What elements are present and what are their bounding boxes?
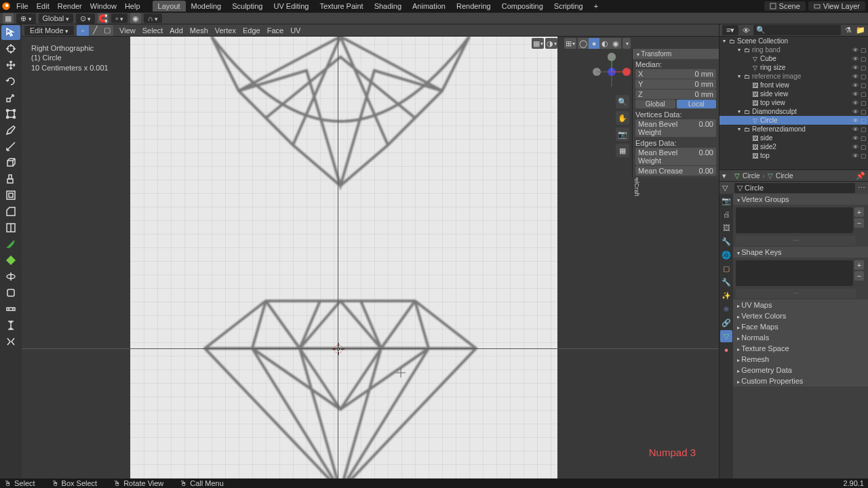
workspace-tab-compositing[interactable]: Compositing bbox=[496, 1, 549, 12]
outliner-display-dropdown[interactable]: ≡▾ bbox=[722, 25, 738, 35]
panel-vertex-groups[interactable]: Vertex Groups bbox=[733, 194, 868, 205]
loop-cut-tool[interactable] bbox=[1, 220, 20, 235]
workspace-tab-texture-paint[interactable]: Texture Paint bbox=[314, 1, 368, 12]
outliner-view-icon[interactable]: 👁 bbox=[741, 26, 751, 35]
panel-face-maps[interactable]: Face Maps bbox=[733, 321, 868, 332]
vertex-select-mode[interactable]: ▫ bbox=[77, 25, 89, 36]
remove-shape-key-button[interactable]: − bbox=[854, 271, 864, 281]
panel-normals[interactable]: Normals bbox=[733, 332, 868, 343]
edit-menu-view[interactable]: View bbox=[116, 26, 139, 35]
menu-window[interactable]: Window bbox=[86, 2, 121, 10]
edit-menu-vertex[interactable]: Vertex bbox=[212, 26, 239, 35]
mesh-display-dropdown[interactable]: ▦ bbox=[532, 38, 544, 49]
3d-viewport[interactable]: Right Orthographic (1) Circle 10 Centime… bbox=[22, 37, 719, 479]
select-box-tool[interactable] bbox=[1, 25, 20, 40]
transform-tool[interactable] bbox=[1, 106, 20, 121]
outliner-item-cube[interactable]: ▽Cube👁▢ bbox=[719, 54, 868, 63]
move-tool[interactable] bbox=[1, 58, 20, 73]
outliner-item-top[interactable]: 🖼top👁▢ bbox=[719, 151, 868, 160]
pivot-dropdown[interactable]: ⊙ bbox=[76, 14, 96, 24]
menu-edit[interactable]: Edit bbox=[33, 2, 54, 10]
menu-render[interactable]: Render bbox=[54, 2, 86, 10]
scale-tool[interactable] bbox=[1, 90, 20, 105]
cursor-tool-dropdown[interactable]: ⊕ bbox=[16, 14, 36, 24]
tab-viewlayer-icon[interactable]: 🖼 bbox=[720, 222, 732, 234]
panel-geometry-data[interactable]: Geometry Data bbox=[733, 365, 868, 375]
spin-tool[interactable] bbox=[1, 269, 20, 284]
proportional-toggle[interactable]: ◉ bbox=[130, 13, 141, 24]
tab-physics-icon[interactable]: ⚛ bbox=[720, 303, 732, 315]
poly-build-tool[interactable] bbox=[1, 253, 20, 268]
outliner-item-top-view[interactable]: 🖼top view👁▢ bbox=[719, 98, 868, 107]
mean-bevel-weight-v-field[interactable]: Mean Bevel Weight0.00 bbox=[635, 119, 716, 137]
mode-dropdown[interactable]: Edit Mode bbox=[24, 26, 74, 35]
tab-scene-icon[interactable]: 🔧 bbox=[720, 235, 732, 247]
edge-slide-tool[interactable] bbox=[1, 302, 20, 317]
tab-world-icon[interactable]: 🌐 bbox=[720, 249, 732, 261]
pan-icon[interactable]: ✋ bbox=[616, 111, 629, 125]
edit-menu-face[interactable]: Face bbox=[264, 26, 287, 35]
median-y-field[interactable]: Y0 mm bbox=[635, 79, 716, 89]
bevel-tool[interactable] bbox=[1, 204, 20, 219]
panel-custom-properties[interactable]: Custom Properties bbox=[733, 375, 868, 386]
shape-keys-footer[interactable]: ⋯ bbox=[736, 289, 856, 298]
snap-dropdown[interactable]: ▫ bbox=[111, 14, 127, 23]
properties-datablock-field[interactable]: ▽Circle bbox=[734, 183, 855, 193]
properties-pin-icon[interactable]: 📌 bbox=[856, 171, 865, 180]
workspace-tab-scripting[interactable]: Scripting bbox=[549, 1, 589, 12]
median-z-field[interactable]: Z0 mm bbox=[635, 89, 716, 99]
menu-help[interactable]: Help bbox=[121, 2, 144, 10]
global-button[interactable]: Global bbox=[635, 100, 675, 108]
shading-options-dropdown[interactable] bbox=[623, 38, 631, 49]
workspace-tab-uv-editing[interactable]: UV Editing bbox=[268, 1, 314, 12]
outliner-item-front-view[interactable]: 🖼front view👁▢ bbox=[719, 81, 868, 89]
outliner-new-collection-icon[interactable]: 📁 bbox=[856, 26, 865, 35]
tab-render-icon[interactable]: 📷 bbox=[720, 195, 732, 207]
outliner-item-circle[interactable]: ▽Circle👁▢ bbox=[719, 116, 868, 125]
rip-tool[interactable] bbox=[1, 334, 20, 349]
outliner-item-side[interactable]: 🖼side👁▢ bbox=[719, 134, 868, 142]
outliner-item-referenzdiamond[interactable]: ▾🗀Referenzdiamond👁▢ bbox=[719, 125, 868, 134]
extrude-tool[interactable] bbox=[1, 171, 20, 186]
mean-crease-field[interactable]: Mean Crease0.00 bbox=[635, 166, 716, 176]
workspace-tab-animation[interactable]: Animation bbox=[407, 1, 451, 12]
tab-object-icon[interactable]: ▢ bbox=[720, 262, 732, 274]
outliner-search-input[interactable]: 🔍 bbox=[753, 25, 841, 35]
tab-particle-icon[interactable]: ✨ bbox=[720, 289, 732, 302]
tab-modifier-icon[interactable]: 🔧 bbox=[720, 276, 732, 288]
shading-wireframe[interactable]: ◯ bbox=[578, 38, 589, 49]
transform-orient-dropdown[interactable]: Global bbox=[39, 14, 73, 23]
outliner-root[interactable]: ▾🗀Scene Collection bbox=[719, 37, 868, 45]
tab-material-icon[interactable]: ● bbox=[720, 344, 732, 356]
knife-tool[interactable] bbox=[1, 237, 20, 251]
inset-tool[interactable] bbox=[1, 188, 20, 203]
vertex-groups-list[interactable]: +− bbox=[736, 207, 853, 233]
scene-selector[interactable]: Scene bbox=[764, 1, 806, 11]
edit-menu-uv[interactable]: UV bbox=[287, 26, 304, 35]
panel-shape-keys[interactable]: Shape Keys bbox=[733, 247, 868, 258]
menu-file[interactable]: File bbox=[12, 2, 33, 10]
overlays-dropdown[interactable]: ◑ bbox=[545, 38, 557, 49]
panel-remesh[interactable]: Remesh bbox=[733, 354, 868, 365]
tab-output-icon[interactable]: 🖨 bbox=[720, 208, 732, 220]
outliner-item-ring-band[interactable]: ▾🗀ring band👁▢ bbox=[719, 45, 868, 54]
panel-vertex-colors[interactable]: Vertex Colors bbox=[733, 310, 868, 321]
edit-menu-mesh[interactable]: Mesh bbox=[186, 26, 212, 35]
panel-texture-space[interactable]: Texture Space bbox=[733, 343, 868, 354]
measure-tool[interactable] bbox=[1, 139, 20, 154]
cursor-tool[interactable] bbox=[1, 41, 20, 56]
edit-menu-select[interactable]: Select bbox=[139, 26, 167, 35]
workspace-tab-modeling[interactable]: Modeling bbox=[186, 1, 227, 12]
proportional-dropdown[interactable]: ∩ bbox=[144, 14, 162, 23]
workspace-tab-shading[interactable]: Shading bbox=[369, 1, 407, 12]
outliner-item-ring-size[interactable]: ▽ring size👁▢ bbox=[719, 63, 868, 72]
outliner[interactable]: ▾🗀Scene Collection▾🗀ring band👁▢▽Cube👁▢▽r… bbox=[719, 37, 868, 169]
annotate-tool[interactable] bbox=[1, 123, 20, 138]
outliner-item-diamondsculpt[interactable]: ▾🗀Diamondsculpt👁▢ bbox=[719, 107, 868, 116]
shading-solid[interactable]: ● bbox=[589, 38, 599, 49]
face-select-mode[interactable]: ▢ bbox=[101, 25, 113, 36]
outliner-filter-icon[interactable]: ⚗ bbox=[844, 26, 853, 35]
properties-editor-icon[interactable]: ▾ bbox=[722, 171, 732, 180]
editor-type-icon[interactable]: ▦ bbox=[3, 13, 14, 24]
tab-mesh-data-icon[interactable]: ▽ bbox=[720, 330, 732, 342]
